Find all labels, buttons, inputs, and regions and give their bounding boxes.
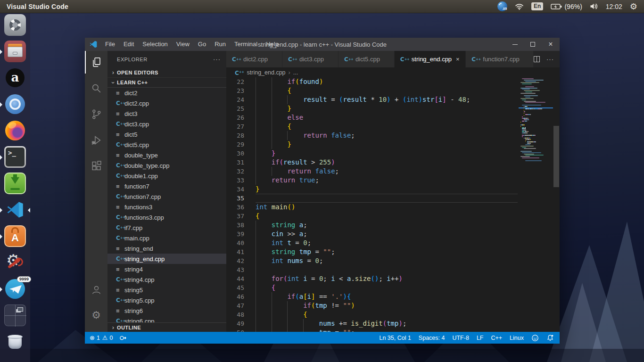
code-line-38[interactable]: 38 string a;: [226, 221, 519, 230]
code-line-45[interactable]: 45 {: [226, 283, 519, 292]
dock-item-workspaces[interactable]: [0, 304, 30, 326]
status-indentation[interactable]: Spaces: 4: [419, 335, 445, 341]
dock-item-tweaks[interactable]: ⚙: [0, 252, 30, 273]
menu-file[interactable]: File: [101, 38, 119, 51]
menu-run[interactable]: Run: [210, 38, 230, 51]
status-os[interactable]: Linux: [510, 335, 524, 341]
code-line-24[interactable]: 24 result = (result * 10) + (int)str[i] …: [226, 95, 519, 104]
close-button[interactable]: ×: [542, 38, 560, 51]
tab-dict2.cpp[interactable]: C++dict2.cpp×: [226, 51, 282, 67]
code-line-32[interactable]: 32 return false;: [226, 167, 519, 176]
file-item-functions3[interactable]: ≡functions3: [107, 202, 226, 212]
file-item-dict3.cpp[interactable]: C++dict3.cpp: [107, 119, 226, 129]
breadcrumb[interactable]: C++ string_end.cpp › ...: [226, 67, 560, 77]
dock-item-software-store[interactable]: A: [0, 225, 30, 247]
file-item-string6[interactable]: ≡string6: [107, 305, 226, 316]
activitybar-search[interactable]: [85, 77, 107, 99]
breadcrumb-file[interactable]: string_end.cpp: [247, 69, 286, 76]
dock-item-chromium[interactable]: [0, 93, 30, 115]
problems-errors[interactable]: ⊗ 1: [90, 334, 100, 341]
battery-indicator[interactable]: (96%): [551, 3, 582, 10]
file-item-main.cpp[interactable]: C++main.cpp: [107, 233, 226, 243]
file-item-dict5[interactable]: ≡dict5: [107, 129, 226, 140]
file-item-double1.cpp[interactable]: C++double1.cpp: [107, 171, 226, 181]
status-encoding[interactable]: UTF-8: [452, 335, 469, 341]
file-item-string4.cpp[interactable]: C++string4.cpp: [107, 274, 226, 285]
code-line-25[interactable]: 25 }: [226, 104, 519, 113]
menu-selection[interactable]: Selection: [138, 38, 172, 51]
keyboard-layout-indicator[interactable]: En: [531, 2, 543, 10]
file-item-double_type.cpp[interactable]: C++double_type.cpp: [107, 160, 226, 171]
dock-item-ubuntu-software[interactable]: [0, 14, 30, 36]
activitybar-extensions[interactable]: [85, 155, 107, 177]
tab-dict5.cpp[interactable]: C++dict5.cpp×: [339, 51, 394, 67]
code-line-40[interactable]: 40 int t = 0;: [226, 239, 519, 247]
status-run-icon[interactable]: [119, 334, 127, 342]
activitybar-source-control[interactable]: [85, 103, 107, 125]
dock-item-app-a[interactable]: a: [0, 67, 30, 89]
section-folder[interactable]: › LEARN C++: [107, 78, 226, 88]
code-line-41[interactable]: 41 string tmp = "";: [226, 247, 519, 256]
code-line-46[interactable]: 46 if(a[i] == '.'){: [226, 292, 519, 301]
dock-item-firefox[interactable]: [0, 120, 30, 141]
dock-item-telegram[interactable]: 9999: [0, 278, 30, 300]
tab-close-icon[interactable]: ×: [454, 56, 461, 63]
editor-more-actions-icon[interactable]: ···: [546, 56, 554, 63]
code-line-28[interactable]: 28 return false;: [226, 131, 519, 140]
breadcrumb-symbol[interactable]: ...: [293, 69, 298, 76]
code-line-27[interactable]: 27 {: [226, 122, 519, 131]
code-line-43[interactable]: 43: [226, 265, 519, 274]
maximize-button[interactable]: [524, 38, 542, 51]
file-item-functions3.cpp[interactable]: C++functions3.cpp: [107, 212, 226, 222]
code-line-26[interactable]: 26 else: [226, 113, 519, 122]
clock[interactable]: 12:02: [606, 3, 622, 10]
vscode-titlebar[interactable]: FileEditSelectionViewGoRunTerminalHelp s…: [85, 38, 560, 51]
status-language[interactable]: C++: [491, 335, 502, 341]
file-item-if7.cpp[interactable]: C++if7.cpp: [107, 222, 226, 233]
code-line-42[interactable]: 42 int nums = 0;: [226, 256, 519, 265]
minimize-button[interactable]: [506, 38, 524, 51]
activitybar-run-debug[interactable]: [85, 129, 107, 151]
activitybar-account[interactable]: [85, 278, 107, 301]
explorer-more-icon[interactable]: ···: [213, 56, 221, 63]
code-line-34[interactable]: 34}: [226, 185, 519, 194]
code-line-47[interactable]: 47 if(tmp != ""): [226, 301, 519, 310]
activitybar-settings[interactable]: ⚙: [85, 304, 107, 327]
editor-scrollbar[interactable]: [553, 77, 560, 332]
code-line-33[interactable]: 33 return true;: [226, 176, 519, 185]
session-gear-icon[interactable]: ⚙: [630, 2, 637, 11]
dock-item-trash[interactable]: [0, 331, 30, 353]
activitybar-explorer[interactable]: [85, 51, 107, 74]
split-editor-icon[interactable]: [534, 56, 540, 62]
file-item-string5[interactable]: ≡string5: [107, 285, 226, 295]
code-line-29[interactable]: 29 }: [226, 140, 519, 149]
file-item-function7[interactable]: ≡function7: [107, 181, 226, 191]
file-item-dict2.cpp[interactable]: C++dict2.cpp: [107, 98, 226, 108]
volume-icon[interactable]: [590, 3, 598, 10]
notifications-bell-icon[interactable]: [546, 334, 554, 342]
code-line-48[interactable]: 48 {: [226, 310, 519, 319]
code-line-30[interactable]: 30 }: [226, 149, 519, 158]
code-line-23[interactable]: 23 {: [226, 86, 519, 95]
menu-terminal[interactable]: Terminal: [230, 38, 262, 51]
tab-function7.cpp[interactable]: C++function7.cpp×: [466, 51, 533, 67]
file-item-double_type[interactable]: ≡double_type: [107, 150, 226, 160]
file-item-string4[interactable]: ≡string4: [107, 264, 226, 274]
tab-string_end.cpp[interactable]: C++string_end.cpp×: [395, 51, 465, 67]
wifi-icon[interactable]: [515, 3, 524, 10]
section-open-editors[interactable]: › OPEN EDITORS: [107, 67, 226, 78]
code-line-49[interactable]: 49 nums += is_digit(tmp);: [226, 319, 519, 328]
code-editor[interactable]: 22 if(found)23 {24 result = (result * 10…: [226, 77, 560, 332]
file-item-dict3[interactable]: ≡dict3: [107, 108, 226, 119]
code-line-36[interactable]: 36int main(): [226, 203, 519, 212]
menu-go[interactable]: Go: [194, 38, 210, 51]
file-item-dict5.cpp[interactable]: C++dict5.cpp: [107, 140, 226, 150]
status-cursor-position[interactable]: Ln 35, Col 1: [379, 335, 411, 341]
file-item-string5.cpp[interactable]: C++string5.cpp: [107, 295, 226, 305]
problems-warnings[interactable]: ⚠ 0: [102, 334, 113, 341]
status-eol[interactable]: LF: [477, 335, 484, 341]
code-line-37[interactable]: 37{: [226, 212, 519, 221]
minimap[interactable]: [519, 77, 553, 332]
file-item-string_end.cpp[interactable]: C++string_end.cpp: [107, 254, 226, 264]
dock-item-files[interactable]: [0, 41, 30, 62]
